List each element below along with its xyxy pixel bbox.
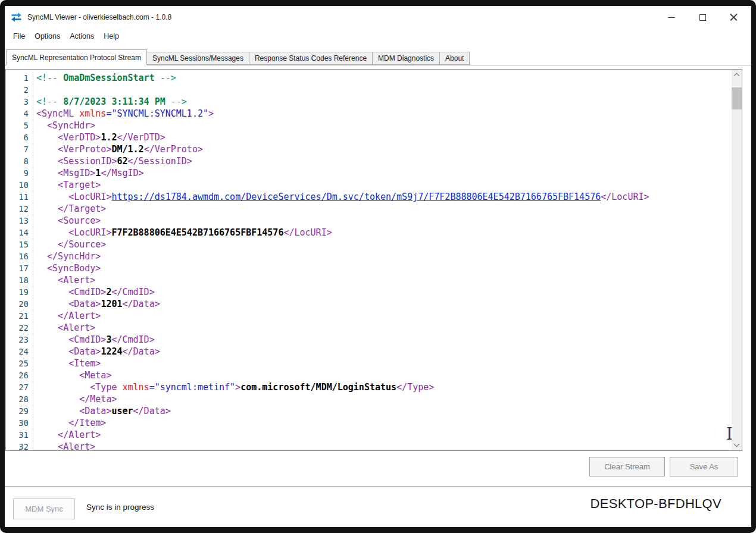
save-as-button[interactable]: Save As xyxy=(670,457,738,476)
line-number: 10 xyxy=(6,179,33,191)
code-token-tag: </LocURI> xyxy=(601,192,649,202)
line-number: 16 xyxy=(6,250,33,262)
code-token-tag: </VerDTD> xyxy=(117,132,165,143)
menu-bar: File Options Actions Help xyxy=(5,29,751,44)
menu-actions[interactable]: Actions xyxy=(65,30,99,42)
minimize-button[interactable] xyxy=(656,7,687,27)
bottom-bar: MDM Sync Sync is in progress DESKTOP-BFD… xyxy=(5,487,751,527)
line-number: 28 xyxy=(6,393,33,405)
code-token-tag: > xyxy=(208,108,214,119)
code-line: 18 <Alert> xyxy=(6,274,732,286)
code-line: 10 <Target> xyxy=(6,179,732,191)
code-token-com: --> xyxy=(165,96,187,107)
line-number: 13 xyxy=(6,215,33,227)
code-token-attr: xmlns xyxy=(79,108,106,119)
code-line: 4<SyncML xmlns="SYNCML:SYNCML1.2"> xyxy=(6,108,732,120)
line-number: 3 xyxy=(6,96,33,108)
close-icon xyxy=(730,14,738,21)
mdm-sync-button[interactable]: MDM Sync xyxy=(13,498,75,519)
locuri-link[interactable]: https://ds1784.awmdm.com/DeviceServices/… xyxy=(111,192,601,202)
scroll-down-button[interactable] xyxy=(732,440,742,450)
line-number: 20 xyxy=(6,298,33,310)
code-token-tag: </Type> xyxy=(396,382,434,393)
code-token-tag: <Data> xyxy=(36,299,101,309)
code-token-tag: </Data> xyxy=(133,406,171,416)
line-number: 32 xyxy=(6,441,33,451)
code-token-tag: <Alert> xyxy=(36,441,95,451)
maximize-button[interactable] xyxy=(687,7,718,27)
code-line: 19 <CmdID>2</CmdID> xyxy=(6,286,732,298)
code-line: 27 <Type xmlns="syncml:metinf">com.micro… xyxy=(6,381,732,393)
window-controls xyxy=(656,6,749,29)
vertical-scrollbar[interactable] xyxy=(732,70,742,450)
code-line: 29 <Data>user</Data> xyxy=(6,405,732,417)
code-token-tag: <Target> xyxy=(36,180,101,190)
tab-mdm-diagnostics[interactable]: MDM Diagnostics xyxy=(372,52,440,65)
code-token-tag: <SyncHdr> xyxy=(36,120,95,131)
scroll-up-button[interactable] xyxy=(732,70,742,80)
code-token-tag: <SyncBody> xyxy=(36,263,101,274)
tab-protocol-stream[interactable]: SyncML Representation Protocol Stream xyxy=(6,49,147,65)
line-number: 24 xyxy=(6,346,33,358)
code-token-tag: <CmdID> xyxy=(36,334,106,345)
code-token-tag: </Data> xyxy=(123,299,160,309)
code-token-tag: > xyxy=(235,382,240,393)
line-number: 9 xyxy=(6,167,33,179)
code-line: 7 <VerProto>DM/1.2</VerProto> xyxy=(6,143,732,155)
code-token-tag: <Data> xyxy=(36,406,111,416)
code-token-tag: </CmdID> xyxy=(111,334,154,345)
chevron-down-icon xyxy=(734,441,740,447)
code-token-com: <!-- xyxy=(36,96,63,107)
scrollbar-thumb[interactable] xyxy=(732,87,742,109)
code-token-tag: <Source> xyxy=(36,215,101,226)
code-token-tag: </Target> xyxy=(36,203,106,214)
maximize-icon xyxy=(699,14,706,21)
menu-options[interactable]: Options xyxy=(30,30,65,42)
chevron-up-icon xyxy=(734,73,740,79)
code-token-tag: <LocURI> xyxy=(36,192,111,202)
code-line: 21 </Alert> xyxy=(6,310,732,322)
code-line: 16 </SyncHdr> xyxy=(6,250,732,262)
tab-status-codes[interactable]: Response Status Codes Reference xyxy=(249,52,373,65)
line-number: 22 xyxy=(6,322,33,334)
code-editor-content: 1<!-- OmaDmSessionStart -->23<!-- 8/7/20… xyxy=(6,72,732,451)
code-line: 12 </Target> xyxy=(6,203,732,215)
code-line: 17 <SyncBody> xyxy=(6,262,732,274)
code-token-txt: 1.2 xyxy=(101,132,117,143)
line-number: 2 xyxy=(6,84,33,96)
line-number: 29 xyxy=(6,405,33,417)
code-line: 24 <Data>1224</Data> xyxy=(6,346,732,358)
line-number: 12 xyxy=(6,203,33,215)
tab-sessions-messages[interactable]: SyncML Sessions/Messages xyxy=(146,52,249,65)
code-token-tag: </MsgID> xyxy=(101,168,143,178)
code-token-tag: </Item> xyxy=(36,418,106,428)
code-editor[interactable]: 1<!-- OmaDmSessionStart -->23<!-- 8/7/20… xyxy=(5,69,742,451)
line-number: 25 xyxy=(6,358,33,369)
line-number: 4 xyxy=(6,108,33,120)
line-number: 30 xyxy=(6,417,33,429)
code-line: 23 <CmdID>3</CmdID> xyxy=(6,334,732,346)
tab-about[interactable]: About xyxy=(439,52,470,65)
screenshot-frame: SyncML Viewer - oliverkieselbach.com - 1… xyxy=(0,0,756,533)
computer-name: DESKTOP-BFDHLQV xyxy=(591,496,721,512)
code-token-comb: OmaDmSessionStart xyxy=(63,73,155,83)
menu-file[interactable]: File xyxy=(8,30,30,42)
code-token-tag: <CmdID> xyxy=(36,287,106,297)
menu-help[interactable]: Help xyxy=(99,30,124,42)
code-token-txt: F7F2B88806E4E542B7166765FBF14576 xyxy=(111,227,283,238)
code-line: 30 </Item> xyxy=(6,417,732,429)
clear-stream-button[interactable]: Clear Stream xyxy=(589,457,665,476)
code-token-tag: <SessionID> xyxy=(36,156,117,167)
code-line: 14 <LocURI>F7F2B88806E4E542B7166765FBF14… xyxy=(6,227,732,239)
code-token-com: <!-- xyxy=(36,73,63,83)
line-number: 17 xyxy=(6,262,33,274)
code-token-tag: <Item> xyxy=(36,358,101,369)
code-line: 28 </Meta> xyxy=(6,393,732,405)
code-token-attr: xmlns xyxy=(123,382,149,393)
code-token-com: --> xyxy=(155,73,176,83)
code-line: 31 </Alert> xyxy=(6,429,732,441)
close-button[interactable] xyxy=(718,7,749,27)
line-number: 19 xyxy=(6,286,33,298)
code-token-val: ="syncml:metinf" xyxy=(149,382,236,393)
code-token-tag: <MsgID> xyxy=(36,168,95,178)
